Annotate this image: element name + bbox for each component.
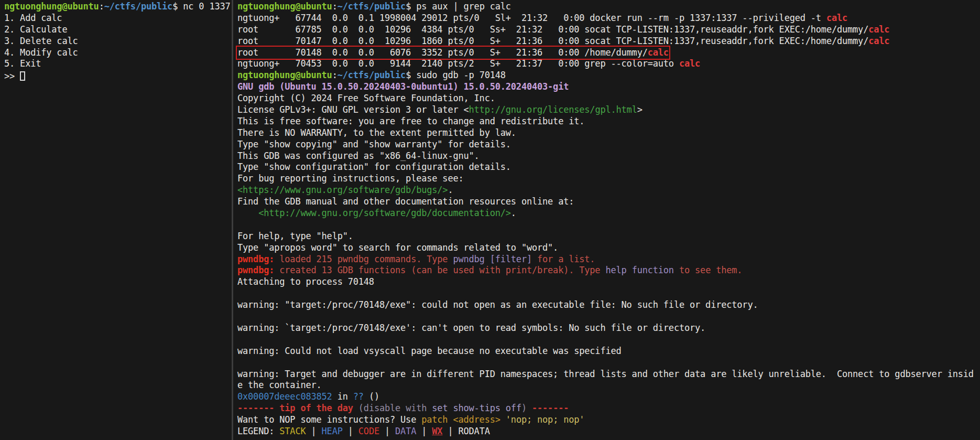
menu-item-exit: 5. Exit [4, 58, 232, 70]
terminal-cursor [20, 71, 25, 81]
text-segment: : [99, 1, 104, 12]
text-segment: 0x00007deeec083852 [237, 391, 332, 402]
text-segment: created 13 GDB functions (can be used wi… [279, 265, 605, 275]
terminal-pane-netcat[interactable]: ngtuonghung@ubuntu:~/ctfs/public$ nc 0 1… [0, 0, 233, 440]
warning-line: warning: Could not load vsyscall page be… [237, 346, 980, 357]
text-segment: help function [605, 265, 673, 275]
text-segment: ngtuonghung@ubuntu [237, 1, 332, 12]
link-line: <http://www.gnu.org/software/gdb/documen… [237, 208, 980, 219]
text-segment: Type "show configuration" for configurat… [237, 162, 511, 172]
text-segment: 2. Calculate [4, 24, 67, 35]
terminal-line: Type "apropos word" to search for comman… [237, 242, 980, 254]
text-segment: CODE [358, 426, 379, 436]
ps-row: root 70147 0.0 0.0 10296 1860 pts/0 S+ 2… [237, 36, 980, 47]
terminal-line: Type "show configuration" for configurat… [237, 162, 980, 173]
ps-row-highlighted: root 70148 0.0 0.0 6076 3352 pts/0 S+ 21… [237, 47, 669, 59]
terminal-line: Find the GDB manual and other documentat… [237, 196, 980, 208]
text-segment: (disable with [358, 403, 432, 413]
terminal-line: Attaching to process 70148 [237, 276, 980, 288]
text-segment: calc [826, 13, 847, 23]
blank-line [237, 288, 980, 299]
text-segment: ngtuonghung@ubuntu [237, 70, 332, 80]
text-segment: calc [868, 36, 889, 46]
menu-item-add: 1. Add calc [4, 13, 232, 24]
blank-line [237, 334, 980, 346]
text-segment: pwndbg: [237, 254, 279, 264]
text-segment: calc [648, 47, 669, 58]
text-segment: () [364, 391, 379, 402]
terminal-line: There is NO WARRANTY, to the extent perm… [237, 127, 980, 139]
link-line: <https://www.gnu.org/software/gdb/bugs/>… [237, 185, 980, 196]
text-segment: 3. Delete calc [4, 36, 78, 46]
text-segment: root 70148 0.0 0.0 6076 3352 pts/0 S+ 21… [237, 47, 648, 58]
text-segment: Want to NOP some instructions? Use [237, 414, 421, 425]
ps-row: root 67785 0.0 0.0 10296 4384 pts/0 Ss+ … [237, 24, 980, 36]
text-segment: | [306, 426, 321, 436]
text-segment: For help, type "help". [237, 231, 353, 241]
text-segment: 4. Modify calc [4, 47, 78, 58]
text-segment: ------- [527, 403, 569, 413]
text-segment: ngtuong+ 70453 0.0 0.0 9144 2140 pts/2 S… [237, 58, 679, 69]
text-segment: http://gnu.org/licenses/gpl.html [469, 104, 637, 115]
text-segment: ~/ctfs/public [337, 70, 406, 80]
text-segment: ) [521, 403, 527, 413]
text-segment: HEAP [322, 426, 343, 436]
text-segment: $ sudo gdb -p 70148 [406, 70, 506, 80]
terminal-line: License GPLv3+: GNU GPL version 3 or lat… [237, 104, 980, 116]
text-segment: ~/ctfs/public [337, 1, 406, 12]
text-segment: > [637, 104, 643, 115]
text-segment: >> [4, 71, 20, 81]
terminal-line: Type "show copying" and "show warranty" … [237, 139, 980, 151]
text-segment: <http://www.gnu.org/software/gdb/documen… [258, 208, 511, 218]
text-segment: loaded 215 pwndbg commands. Type [279, 254, 453, 264]
text-segment: STACK [279, 426, 306, 436]
text-segment: There is NO WARRANTY, to the extent perm… [237, 127, 516, 138]
text-segment: Find the GDB manual and other documentat… [237, 196, 574, 207]
terminal-line: This GDB was configured as "x86_64-linux… [237, 151, 980, 162]
text-segment: for a list. [532, 254, 595, 264]
terminal-window: ngtuonghung@ubuntu:~/ctfs/public$ nc 0 1… [0, 0, 980, 440]
text-segment: ?? [353, 391, 364, 402]
text-segment: | [343, 426, 358, 436]
text-segment: : [332, 1, 337, 12]
menu-item-modify: 4. Modify calc [4, 47, 232, 59]
text-segment: RODATA [459, 426, 490, 436]
warning-line: warning: "target:/proc/70148/exe": could… [237, 299, 980, 311]
text-segment: | [442, 426, 458, 436]
text-segment: warning: Target and debugger are in diff… [237, 369, 974, 379]
text-segment: $ nc 0 1337 [172, 1, 230, 12]
warning-line: e the container. [237, 380, 980, 391]
legend-line: LEGEND: STACK | HEAP | CODE | DATA | WX … [237, 426, 980, 437]
blank-line [237, 357, 980, 369]
terminal-line: This is free software: you are free to c… [237, 116, 980, 127]
text-segment: : [332, 70, 337, 80]
text-segment: | [416, 426, 432, 436]
terminal-line: For bug reporting instructions, please s… [237, 173, 980, 185]
menu-item-delete: 3. Delete calc [4, 36, 232, 47]
text-segment: ~/ctfs/public [104, 1, 172, 12]
tip-body-line: Want to NOP some instructions? Use patch… [237, 414, 980, 426]
text-segment: ngtuonghung@ubuntu [4, 1, 99, 12]
text-segment [237, 208, 258, 218]
prompt-line: ngtuonghung@ubuntu:~/ctfs/public$ sudo g… [237, 70, 980, 81]
text-segment: Attaching to process 70148 [237, 276, 374, 287]
text-segment: License GPLv3+: GNU GPL version 3 or lat… [237, 104, 469, 115]
prompt-line: ngtuonghung@ubuntu:~/ctfs/public$ nc 0 1… [4, 1, 232, 13]
text-segment: pwndbg: [237, 265, 279, 275]
text-segment: root 67785 0.0 0.0 10296 4384 pts/0 Ss+ … [237, 24, 868, 35]
warning-line: warning: Target and debugger are in diff… [237, 369, 980, 380]
text-segment: tip of the day [279, 403, 353, 413]
text-segment: This GDB was configured as "x86_64-linux… [237, 151, 480, 161]
text-segment: 'nop; nop; nop' [506, 414, 585, 425]
warning-line: warning: `target:/proc/70148/exe': can't… [237, 323, 980, 334]
text-segment: warning: Could not load vsyscall page be… [237, 346, 622, 356]
text-segment: This is free software: you are free to c… [237, 116, 584, 126]
prompt-line: ngtuonghung@ubuntu:~/ctfs/public$ ps aux… [237, 1, 980, 13]
text-segment: LEGEND: [237, 426, 279, 436]
text-segment: e the container. [237, 380, 322, 390]
terminal-line: For help, type "help". [237, 231, 980, 242]
terminal-pane-gdb[interactable]: ngtuonghung@ubuntu:~/ctfs/public$ ps aux… [233, 0, 980, 440]
terminal-line: Copyright (C) 2024 Free Software Foundat… [237, 93, 980, 104]
text-segment: $ ps aux | grep calc [406, 1, 511, 12]
gdb-version-line: GNU gdb (Ubuntu 15.0.50.20240403-0ubuntu… [237, 81, 980, 93]
